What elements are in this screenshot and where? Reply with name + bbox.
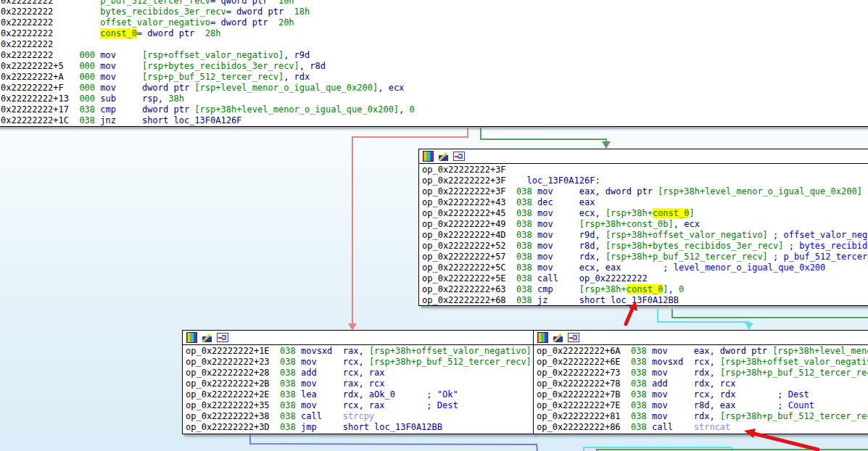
annotation-arrow-strncat (754, 434, 818, 450)
annotation-arrowhead-strncat (744, 429, 756, 438)
graph-view[interactable]: 0x22222222 p_buf_512_tercer_recv= qword … (0, 0, 868, 451)
annotation-layer (0, 0, 868, 451)
annotation-arrow-jz-target (626, 309, 632, 324)
